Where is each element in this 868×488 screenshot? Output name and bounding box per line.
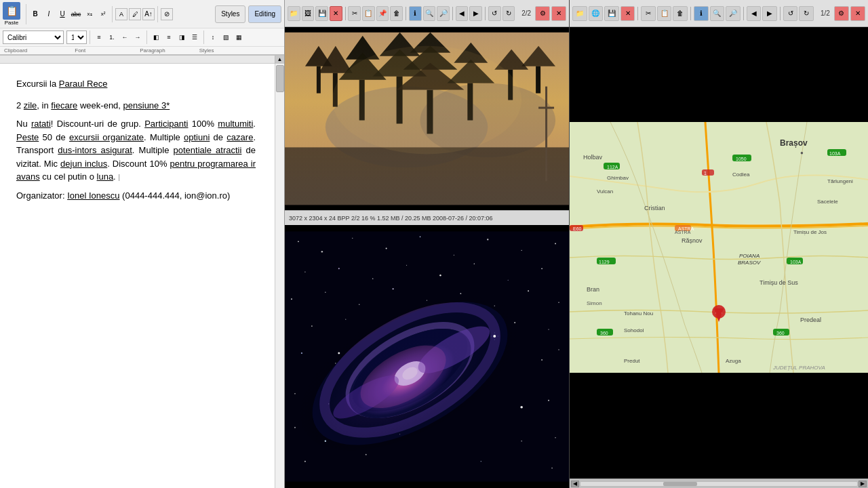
- toolbar-sep-3: [452, 7, 453, 20]
- svg-point-42: [406, 265, 407, 266]
- ribbon-labels: Clipboard Font Paragraph Styles: [0, 47, 284, 54]
- img-cut-btn[interactable]: ✂: [348, 6, 361, 21]
- ordered-list-btn[interactable]: 1.: [106, 31, 118, 43]
- img-save-btn[interactable]: 💾: [315, 6, 328, 21]
- browser-exit-btn[interactable]: ✕: [850, 6, 865, 21]
- paragraph-label: Paragraph: [140, 47, 165, 54]
- svg-text:103A: 103A: [790, 260, 802, 264]
- list-btn[interactable]: ≡: [93, 31, 105, 43]
- browser-zoom-in-btn[interactable]: 🔍: [710, 6, 725, 21]
- img-close-btn[interactable]: ✕: [330, 6, 342, 21]
- browser-delete-btn[interactable]: 🗑: [673, 6, 688, 21]
- svg-point-28: [332, 46, 521, 155]
- img-open-btn[interactable]: 🖼: [302, 6, 315, 21]
- scrollbar-thumb[interactable]: [663, 482, 697, 486]
- browser-folder-btn[interactable]: 📁: [572, 6, 587, 21]
- subscript-button[interactable]: x₂: [83, 8, 96, 20]
- browser-rotate-left-btn[interactable]: ↺: [783, 6, 798, 21]
- browser-cut-btn[interactable]: ✂: [641, 6, 656, 21]
- svg-point-91: [520, 406, 523, 409]
- browser-settings-btn[interactable]: ⚙: [834, 6, 849, 21]
- browser-save-btn[interactable]: 💾: [604, 6, 619, 21]
- borders-btn[interactable]: ▦: [233, 31, 245, 43]
- map-area[interactable]: E60 1 1050 103A 112A 103A 1129 360: [570, 122, 868, 373]
- svg-point-86: [491, 336, 492, 337]
- img-rotate-left-btn[interactable]: ↺: [488, 6, 501, 21]
- svg-point-34: [420, 237, 421, 238]
- strikethrough-button[interactable]: abc: [70, 8, 82, 20]
- scroll-left-btn[interactable]: ◀: [571, 481, 579, 487]
- styles-button[interactable]: Styles: [215, 5, 245, 23]
- line-spacing-btn[interactable]: ↕: [207, 31, 219, 43]
- galaxy-svg: [285, 225, 569, 488]
- svg-text:BRASOV: BRASOV: [738, 260, 761, 266]
- svg-point-31: [321, 251, 323, 252]
- img-delete-btn[interactable]: 🗑: [390, 6, 403, 21]
- svg-point-48: [325, 292, 326, 293]
- bold-button[interactable]: B: [29, 8, 41, 20]
- browser-back-btn[interactable]: ◀: [747, 6, 762, 21]
- font-size-selector[interactable]: 18: [66, 30, 87, 44]
- img-copy-btn[interactable]: 📋: [362, 6, 375, 21]
- browser-open-btn[interactable]: 🌐: [589, 6, 604, 21]
- svg-point-60: [301, 352, 302, 354]
- browser-panel: 📁 🌐 💾 ✕ ✂ 📋 🗑 ℹ 🔍 🔎 ◀ ▶ ↺ ↻ 1/2 ⚙ ✕: [570, 0, 868, 488]
- img-rotate-right-btn[interactable]: ↻: [502, 6, 515, 21]
- align-right-btn[interactable]: ◨: [176, 31, 188, 43]
- highlight-btn[interactable]: 🖊: [129, 8, 141, 20]
- indent-decrease-btn[interactable]: ←: [119, 31, 131, 43]
- scrollbar-track[interactable]: [580, 481, 858, 487]
- svg-point-70: [551, 468, 553, 469]
- italic-button[interactable]: I: [43, 8, 55, 20]
- word-ribbon: 📋 Paste B I U abc x₂ x² A 🖊 A↑: [0, 0, 284, 56]
- svg-text:112A: 112A: [607, 165, 618, 169]
- browser-rotate-right-btn[interactable]: ↻: [799, 6, 814, 21]
- browser-scrollbar[interactable]: ◀ ▶: [570, 479, 868, 488]
- font-name-selector[interactable]: Calibri: [3, 30, 64, 44]
- superscript-button[interactable]: x²: [97, 8, 109, 20]
- img-next-btn[interactable]: ▶: [469, 6, 482, 21]
- browser-zoom-out-btn[interactable]: 🔎: [726, 6, 741, 21]
- svg-text:103A: 103A: [829, 151, 841, 156]
- svg-point-67: [294, 427, 296, 428]
- align-center-btn[interactable]: ≡: [163, 31, 175, 43]
- img-exit-btn[interactable]: ✕: [551, 6, 566, 21]
- paste-button[interactable]: 📋 Paste: [3, 2, 20, 26]
- scroll-up-btn[interactable]: ▲: [275, 56, 284, 64]
- svg-text:Bran: Bran: [587, 286, 599, 293]
- align-justify-btn[interactable]: ☰: [189, 31, 201, 43]
- scrollbar-thumb[interactable]: [276, 65, 284, 92]
- svg-text:Sohodol: Sohodol: [624, 327, 644, 333]
- img-settings-btn[interactable]: ⚙: [535, 6, 550, 21]
- svg-point-66: [548, 400, 549, 401]
- img-zoom-in-btn[interactable]: 🔍: [423, 6, 436, 21]
- img-zoom-out-btn[interactable]: 🔎: [437, 6, 450, 21]
- clear-format-btn[interactable]: ⊘: [161, 8, 173, 20]
- browser-close-btn[interactable]: ✕: [620, 6, 635, 21]
- browser-sep-4: [780, 7, 781, 20]
- svg-point-73: [481, 461, 481, 462]
- browser-forward-btn[interactable]: ▶: [762, 6, 777, 21]
- scroll-right-btn[interactable]: ▶: [859, 481, 867, 487]
- vertical-scrollbar[interactable]: [275, 64, 284, 488]
- image-status-text: 3072 x 2304 x 24 BPP 2/2 16 % 1.52 MB / …: [289, 215, 493, 222]
- img-prev-btn[interactable]: ◀: [456, 6, 469, 21]
- word-panel: 📋 Paste B I U abc x₂ x² A 🖊 A↑: [0, 0, 285, 488]
- align-left-btn[interactable]: ◧: [150, 31, 162, 43]
- svg-text:Timișu de Jos: Timișu de Jos: [793, 229, 827, 235]
- svg-point-87: [498, 336, 498, 337]
- document-content: Excursii la Paraul Rece 2 zile, in fieca…: [0, 64, 284, 488]
- browser-copy-btn[interactable]: 📋: [657, 6, 672, 21]
- shading-btn[interactable]: ▧: [220, 31, 232, 43]
- editing-button[interactable]: Editing: [248, 5, 281, 23]
- img-info-btn[interactable]: ℹ: [409, 6, 422, 21]
- cursor-indicator: |: [118, 173, 120, 181]
- browser-info-btn[interactable]: ℹ: [694, 6, 709, 21]
- img-folder-btn[interactable]: 📁: [288, 6, 300, 21]
- indent-increase-btn[interactable]: →: [132, 31, 144, 43]
- img-paste2-btn[interactable]: 📌: [376, 6, 389, 21]
- underline-button[interactable]: U: [56, 8, 68, 20]
- font-color-btn[interactable]: A: [115, 8, 127, 20]
- svg-text:ASTRA: ASTRA: [675, 230, 691, 235]
- font-size-increase-btn[interactable]: A↑: [142, 8, 155, 20]
